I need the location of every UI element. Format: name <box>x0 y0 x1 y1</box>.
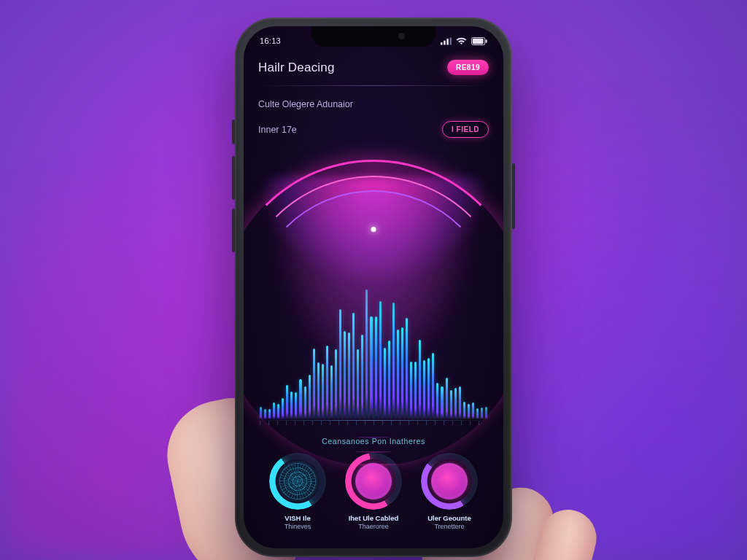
spectrum-bar <box>286 385 288 419</box>
spectrum-bar <box>273 402 275 419</box>
dial-1[interactable]: VISH IleThineves <box>260 453 336 531</box>
dial-ring <box>269 453 326 510</box>
spectrum-bar <box>299 379 301 419</box>
svg-rect-5 <box>473 38 484 43</box>
dial-caption: VISH IleThineves <box>285 514 311 531</box>
dial-ring <box>421 453 478 510</box>
notch <box>311 26 436 47</box>
spectrum-bar <box>406 318 408 419</box>
spectrum-bar <box>304 386 306 419</box>
spectrum-bar <box>335 349 337 419</box>
center-dot-icon <box>371 227 376 232</box>
spectrum-bar <box>427 358 430 419</box>
spectrum-bar <box>463 402 465 419</box>
spectrum-bar <box>357 349 359 419</box>
dial-ring <box>345 453 402 510</box>
spectrum-bar <box>432 353 434 419</box>
spectrum-bar <box>485 407 487 419</box>
spectrum-bar <box>290 392 293 419</box>
spectrum-bar <box>326 346 328 419</box>
spectrum-bar <box>348 332 350 419</box>
spectrum-bar <box>344 331 346 419</box>
svg-rect-6 <box>486 39 487 43</box>
spectrum-bar <box>317 362 320 419</box>
dial-caption: Uler GeounteTrenettere <box>427 514 471 531</box>
spectrum-bar <box>441 386 443 419</box>
tick-marks <box>260 421 487 425</box>
setting-row-2[interactable]: Inner 17e I FIELD <box>258 121 489 138</box>
spectrum-bar <box>309 375 311 419</box>
spectrum-bar <box>476 408 479 419</box>
dial-row: VISH IleThinevesIhet Ule CabledThaeroree… <box>258 453 489 535</box>
svg-rect-3 <box>450 37 452 44</box>
spectrum-bar <box>330 365 333 419</box>
spectrum-bars <box>255 236 492 419</box>
spectrum-bar <box>361 335 363 419</box>
spectrum-bar <box>322 364 324 419</box>
spectrum-bar <box>352 313 355 419</box>
spectrum-bar <box>450 390 452 419</box>
spectrum-bar <box>264 409 266 419</box>
dial-3[interactable]: Uler GeounteTrenettere <box>412 453 487 531</box>
spectrum-bar <box>423 360 425 419</box>
volume-down-button[interactable] <box>232 209 235 252</box>
battery-icon <box>471 37 487 45</box>
spectrum-bar <box>268 409 271 419</box>
divider <box>258 85 489 86</box>
spectrum-bar <box>414 362 417 419</box>
volume-up-button[interactable] <box>232 156 235 200</box>
spectrum-bar <box>365 289 368 419</box>
setting-row-2-label: Inner 17e <box>258 125 297 135</box>
screen: 16:13 Hailr Deacing RE819 Culte Ole <box>244 26 503 548</box>
spectrum-bar <box>379 301 382 419</box>
spectrum-bar <box>454 388 457 419</box>
spectrum-bar <box>419 340 421 419</box>
setting-row-1-label: Culte Olegere Adunaior <box>258 99 353 109</box>
spectrum-bar <box>277 404 279 419</box>
spectrum-bar <box>388 341 390 419</box>
dial-2[interactable]: Ihet Ule CabledThaeroree <box>336 453 411 531</box>
setting-row-2-badge[interactable]: I FIELD <box>442 121 489 138</box>
dial-caption: Ihet Ule CabledThaeroree <box>349 514 399 531</box>
spectrum-bar <box>472 402 474 419</box>
svg-rect-1 <box>444 40 446 44</box>
page-title: Hailr Deacing <box>258 61 335 75</box>
spectrum-bar <box>375 316 377 419</box>
spectrum-bar <box>401 327 403 419</box>
spectrum-bar <box>397 330 399 419</box>
spectrum-bar <box>339 309 341 419</box>
spectrum-bar <box>260 407 262 419</box>
header-badge[interactable]: RE819 <box>447 60 489 75</box>
spectrum-bar <box>459 386 461 419</box>
spectrum-bar <box>481 408 483 419</box>
phone-frame: 16:13 Hailr Deacing RE819 Culte Ole <box>235 18 512 557</box>
section-label: Ceansanoes Pon Inatheres <box>258 437 489 446</box>
spectrum-bar <box>384 348 386 419</box>
spectrum-bar <box>436 383 438 419</box>
setting-row-1[interactable]: Culte Olegere Adunaior <box>258 99 489 109</box>
spectrum-bar <box>410 362 412 419</box>
spectrum-bar <box>282 398 284 419</box>
mute-switch[interactable] <box>232 120 235 144</box>
power-button[interactable] <box>512 163 515 229</box>
spectrum-bar <box>468 404 470 419</box>
svg-rect-2 <box>446 39 449 44</box>
audio-visualizer[interactable] <box>255 148 492 427</box>
spectrum-bar <box>392 303 395 419</box>
status-time: 16:13 <box>260 36 281 45</box>
spectrum-bar <box>446 378 448 419</box>
wifi-icon <box>456 37 467 45</box>
spectrum-bar <box>370 316 372 419</box>
spectrum-bar <box>295 392 297 419</box>
cellular-icon <box>441 37 452 45</box>
spectrum-bar <box>313 349 315 419</box>
svg-rect-0 <box>441 42 443 44</box>
